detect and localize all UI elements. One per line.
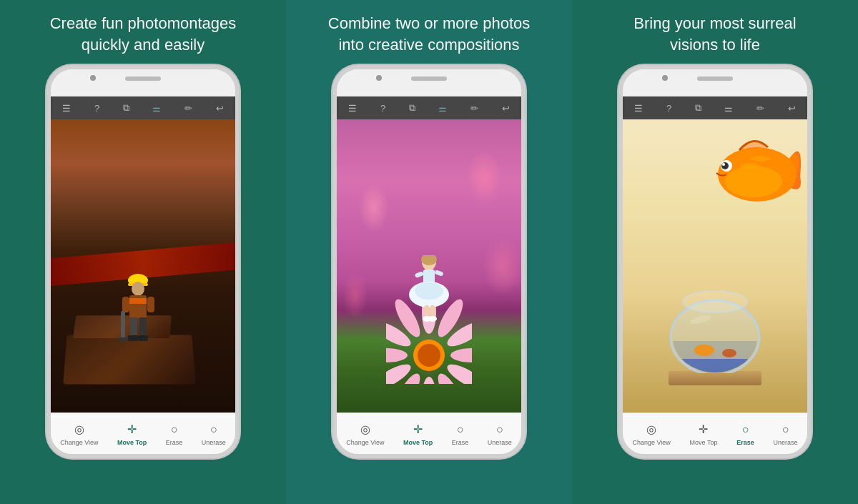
layers-icon-2[interactable]: ⧉ bbox=[409, 102, 415, 114]
adjust-icon-3[interactable]: ⚌ bbox=[724, 103, 733, 114]
brush-icon-3[interactable]: ✏ bbox=[756, 103, 764, 114]
layers-icon-1[interactable]: ⧉ bbox=[123, 102, 129, 114]
unerase-label-3: Unerase bbox=[774, 439, 798, 446]
erase-label-2: Erase bbox=[452, 439, 469, 446]
undo-icon-1[interactable]: ↩ bbox=[216, 103, 224, 114]
move-top-icon-3: ✛ bbox=[696, 422, 711, 438]
app-toolbar-2: ☰ ? ⧉ ⚌ ✏ ↩ bbox=[337, 97, 521, 119]
move-top-label-1: Move Top bbox=[117, 439, 147, 446]
girl-figure bbox=[408, 255, 450, 327]
help-icon-2[interactable]: ? bbox=[380, 103, 385, 114]
adjust-icon-1[interactable]: ⚌ bbox=[152, 103, 161, 114]
chocolate-background bbox=[51, 119, 235, 412]
unerase-tool-3[interactable]: ○ Unerase bbox=[774, 422, 798, 446]
camera-3 bbox=[662, 75, 668, 81]
phone-frame-3: ☰ ? ⧉ ⚌ ✏ ↩ bbox=[618, 65, 812, 458]
camera-1 bbox=[90, 75, 96, 81]
svg-rect-36 bbox=[415, 272, 424, 279]
svg-rect-10 bbox=[147, 297, 154, 312]
change-view-label-3: Change View bbox=[632, 439, 670, 446]
phone-bottom-3: ◎ Change View ✛ Move Top ○ Erase ○ Unera… bbox=[623, 412, 807, 454]
change-view-tool-1[interactable]: ◎ Change View bbox=[60, 422, 98, 446]
menu-icon-1[interactable]: ☰ bbox=[62, 103, 71, 114]
phone-frame-2: ☰ ? ⧉ ⚌ ✏ ↩ bbox=[332, 65, 526, 458]
adjust-icon-2[interactable]: ⚌ bbox=[438, 103, 447, 114]
change-view-label-1: Change View bbox=[60, 439, 98, 446]
move-top-tool-2[interactable]: ✛ Move Top bbox=[403, 422, 433, 446]
big-goldfish bbox=[711, 130, 804, 223]
flowers-background bbox=[337, 119, 521, 412]
layers-icon-3[interactable]: ⧉ bbox=[695, 102, 701, 114]
erase-icon-2: ○ bbox=[453, 422, 468, 438]
unerase-tool-2[interactable]: ○ Unerase bbox=[488, 422, 512, 446]
unerase-icon-1: ○ bbox=[206, 422, 222, 438]
erase-tool-3[interactable]: ○ Erase bbox=[736, 422, 754, 446]
undo-icon-2[interactable]: ↩ bbox=[502, 103, 510, 114]
svg-point-19 bbox=[422, 377, 436, 384]
worker-figure bbox=[119, 273, 158, 352]
fish-bowl bbox=[665, 287, 765, 373]
svg-rect-12 bbox=[119, 337, 127, 342]
svg-point-35 bbox=[428, 316, 437, 322]
svg-point-47 bbox=[694, 345, 714, 356]
change-view-label-2: Change View bbox=[346, 439, 384, 446]
svg-point-16 bbox=[450, 348, 472, 362]
phone-bottom-1: ◎ Change View ✛ Move Top ○ Erase ○ Unera… bbox=[51, 412, 235, 454]
svg-point-26 bbox=[418, 344, 440, 367]
menu-icon-3[interactable]: ☰ bbox=[634, 103, 643, 114]
phone-top-1 bbox=[51, 69, 235, 97]
svg-point-49 bbox=[683, 291, 747, 312]
table-stand bbox=[669, 371, 761, 385]
app-toolbar-3: ☰ ? ⧉ ⚌ ✏ ↩ bbox=[623, 97, 807, 119]
panel-flowers: Combine two or more photosinto creative … bbox=[286, 0, 572, 504]
panel-fish: Bring your most surrealvisions to life ☰… bbox=[572, 0, 858, 504]
erase-tool-2[interactable]: ○ Erase bbox=[452, 422, 469, 446]
erase-label-1: Erase bbox=[166, 439, 183, 446]
change-view-tool-2[interactable]: ◎ Change View bbox=[346, 422, 384, 446]
help-icon-1[interactable]: ? bbox=[94, 103, 99, 114]
move-top-icon-2: ✛ bbox=[410, 422, 426, 438]
svg-rect-5 bbox=[130, 317, 137, 337]
panel-3-title: Bring your most surrealvisions to life bbox=[619, 13, 810, 55]
svg-rect-11 bbox=[121, 311, 125, 340]
svg-rect-9 bbox=[122, 297, 129, 312]
unerase-icon-2: ○ bbox=[492, 422, 508, 438]
speaker-1 bbox=[125, 76, 161, 81]
unerase-label-1: Unerase bbox=[202, 439, 226, 446]
svg-point-31 bbox=[415, 282, 443, 300]
svg-point-39 bbox=[725, 166, 782, 197]
move-top-tool-3[interactable]: ✛ Move Top bbox=[690, 422, 718, 446]
brush-icon-1[interactable]: ✏ bbox=[184, 103, 192, 114]
move-top-label-2: Move Top bbox=[403, 439, 433, 446]
erase-tool-1[interactable]: ○ Erase bbox=[166, 422, 183, 446]
unerase-tool-1[interactable]: ○ Unerase bbox=[202, 422, 226, 446]
svg-rect-8 bbox=[138, 335, 148, 341]
move-top-icon-1: ✛ bbox=[124, 422, 140, 438]
svg-point-41 bbox=[721, 162, 729, 169]
phone-top-2 bbox=[337, 69, 521, 97]
menu-icon-2[interactable]: ☰ bbox=[348, 103, 357, 114]
move-top-tool-1[interactable]: ✛ Move Top bbox=[117, 422, 147, 446]
unerase-icon-3: ○ bbox=[778, 422, 794, 438]
fish-background bbox=[623, 119, 807, 412]
brush-icon-2[interactable]: ✏ bbox=[470, 103, 478, 114]
svg-point-42 bbox=[722, 163, 725, 166]
app-toolbar-1: ☰ ? ⧉ ⚌ ✏ ↩ bbox=[51, 97, 235, 119]
svg-point-22 bbox=[386, 348, 408, 362]
phone-frame-1: ☰ ? ⧉ ⚌ ✏ ↩ bbox=[46, 65, 240, 458]
undo-icon-3[interactable]: ↩ bbox=[788, 103, 796, 114]
unerase-label-2: Unerase bbox=[488, 439, 512, 446]
help-icon-3[interactable]: ? bbox=[666, 103, 671, 114]
erase-icon-3: ○ bbox=[737, 422, 753, 438]
panel-2-title: Combine two or more photosinto creative … bbox=[314, 13, 544, 55]
svg-rect-7 bbox=[128, 335, 138, 341]
change-view-tool-3[interactable]: ◎ Change View bbox=[632, 422, 670, 446]
screen-flowers bbox=[337, 119, 521, 412]
panel-chocolate: Create fun photomontagesquickly and easi… bbox=[0, 0, 286, 504]
erase-icon-1: ○ bbox=[167, 422, 182, 438]
speaker-2 bbox=[411, 76, 447, 81]
svg-rect-4 bbox=[129, 298, 147, 304]
camera-2 bbox=[376, 75, 382, 81]
phone-bottom-2: ◎ Change View ✛ Move Top ○ Erase ○ Unera… bbox=[337, 412, 521, 454]
svg-rect-37 bbox=[434, 270, 443, 277]
